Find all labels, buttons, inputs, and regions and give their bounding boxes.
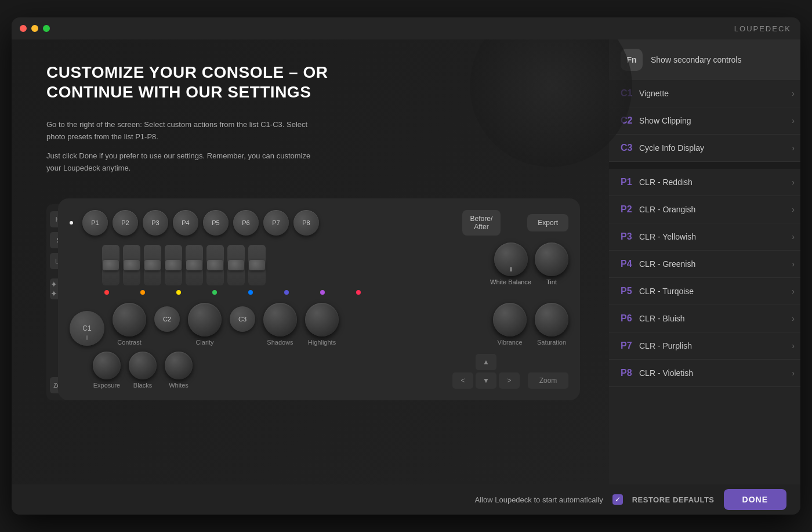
control-c1[interactable]: C1 Vignette › bbox=[609, 80, 800, 107]
preset-p7[interactable]: P7 CLR - Purplish › bbox=[609, 332, 800, 360]
blacks-label: Blacks bbox=[133, 382, 152, 389]
before-after-button[interactable]: Before/After bbox=[462, 210, 501, 236]
clarity-label: Clarity bbox=[195, 339, 213, 346]
slider-3[interactable] bbox=[144, 245, 161, 285]
zoom-display: Zoom bbox=[528, 372, 568, 389]
c2-button[interactable]: C2 bbox=[154, 306, 180, 332]
c1-knob[interactable]: C1 bbox=[70, 311, 104, 346]
zoom-up-button[interactable]: ▲ bbox=[476, 354, 496, 370]
p6-chevron-icon: › bbox=[792, 314, 795, 323]
shadows-knob[interactable] bbox=[263, 303, 297, 336]
auto-start-checkbox[interactable]: ✓ bbox=[612, 494, 623, 505]
slider-1[interactable] bbox=[102, 245, 119, 285]
p3-chevron-icon: › bbox=[792, 232, 795, 241]
bottom-section: Exposure Blacks Whites bbox=[70, 352, 568, 389]
tint-knob[interactable] bbox=[535, 243, 568, 276]
traffic-lights bbox=[20, 25, 50, 32]
exposure-knob[interactable] bbox=[93, 352, 121, 379]
p2-button[interactable]: P2 bbox=[113, 210, 138, 236]
slider-7[interactable] bbox=[227, 245, 245, 285]
p4-button[interactable]: P4 bbox=[173, 210, 198, 236]
zoom-down-button[interactable]: ▼ bbox=[476, 372, 496, 389]
exposure-label: Exposure bbox=[93, 382, 120, 389]
decorative-circle bbox=[470, 39, 632, 167]
preset-p4[interactable]: P4 CLR - Greenish › bbox=[609, 251, 800, 278]
c3-button[interactable]: C3 bbox=[230, 306, 255, 332]
preset-p8[interactable]: P8 CLR - Violetish › bbox=[609, 360, 800, 387]
p8-button[interactable]: P8 bbox=[293, 210, 319, 236]
close-button[interactable] bbox=[20, 25, 27, 32]
control-c3[interactable]: C3 Cycle Info Display › bbox=[609, 135, 800, 162]
zoom-section: ▲ < ▼ > bbox=[452, 354, 520, 389]
color-dot-purple bbox=[320, 290, 325, 295]
zoom-label-group: Zoom bbox=[528, 372, 568, 389]
console-device: P1 P2 P3 P4 P5 P6 P7 P8 Before/After Exp… bbox=[58, 198, 580, 400]
p6-button[interactable]: P6 bbox=[233, 210, 259, 236]
preset-p2[interactable]: P2 CLR - Orangish › bbox=[609, 196, 800, 223]
done-button[interactable]: DONE bbox=[724, 489, 786, 510]
p3-button[interactable]: P3 bbox=[143, 210, 168, 236]
p7-button[interactable]: P7 bbox=[263, 210, 289, 236]
bottom-bar: Allow Loupedeck to start automatically ✓… bbox=[12, 484, 800, 515]
right-panel: Fn Show secondary controls C1 Vignette ›… bbox=[609, 39, 800, 484]
color-dot-blue bbox=[248, 290, 253, 295]
p4-name: CLR - Greenish bbox=[639, 259, 792, 269]
preset-p5[interactable]: P5 CLR - Turqoise › bbox=[609, 278, 800, 305]
saturation-knob[interactable] bbox=[535, 303, 568, 336]
tint-group: Tint bbox=[535, 243, 568, 285]
fullscreen-button[interactable] bbox=[43, 25, 50, 32]
highlights-knob[interactable] bbox=[305, 303, 339, 336]
fn-label: Show secondary controls bbox=[651, 55, 741, 64]
contrast-group: Contrast bbox=[113, 303, 146, 346]
export-button[interactable]: Export bbox=[527, 214, 568, 231]
vibrance-knob[interactable] bbox=[493, 303, 527, 336]
control-list: C1 Vignette › C2 Show Clipping › C3 Cycl… bbox=[609, 80, 800, 484]
zoom-left-button[interactable]: < bbox=[452, 372, 473, 389]
p5-button[interactable]: P5 bbox=[203, 210, 229, 236]
white-balance-group: White Balance bbox=[490, 243, 531, 285]
preset-p6[interactable]: P6 CLR - Bluish › bbox=[609, 305, 800, 332]
c1-chevron-icon: › bbox=[792, 89, 795, 98]
white-balance-knob[interactable] bbox=[494, 243, 528, 276]
app-logo: LOUPEDECK bbox=[734, 24, 791, 33]
control-c2[interactable]: C2 Show Clipping › bbox=[609, 107, 800, 135]
blacks-group: Blacks bbox=[129, 352, 157, 389]
p4-badge: P4 bbox=[621, 259, 639, 269]
preset-p3[interactable]: P3 CLR - Yellowish › bbox=[609, 223, 800, 251]
zoom-right-button[interactable]: > bbox=[499, 372, 520, 389]
p2-chevron-icon: › bbox=[792, 205, 795, 214]
slider-5[interactable] bbox=[186, 245, 203, 285]
clarity-group: Clarity bbox=[188, 303, 222, 346]
blacks-knob[interactable] bbox=[129, 352, 157, 379]
vibrance-group: Vibrance bbox=[493, 303, 527, 346]
tint-label: Tint bbox=[546, 278, 557, 285]
p1-button[interactable]: P1 bbox=[82, 210, 108, 236]
p5-badge: P5 bbox=[621, 286, 639, 296]
color-dots-row bbox=[70, 290, 568, 295]
main-knobs-row: C1 Contrast C2 bbox=[70, 303, 568, 346]
saturation-group: Saturation bbox=[535, 303, 568, 346]
slider-4[interactable] bbox=[165, 245, 182, 285]
exposure-group: Exposure bbox=[93, 352, 121, 389]
clarity-knob[interactable] bbox=[188, 303, 222, 336]
page-title: CUSTOMIZE YOUR CONSOLE – OR CONTINUE WIT… bbox=[46, 63, 580, 102]
preset-p1[interactable]: P1 CLR - Reddish › bbox=[609, 169, 800, 196]
contrast-knob[interactable] bbox=[113, 303, 146, 336]
slider-8[interactable] bbox=[248, 245, 266, 285]
restore-defaults-button[interactable]: RESTORE DEFAULTS bbox=[632, 495, 715, 504]
zoom-nav-row: < ▼ > bbox=[452, 372, 520, 389]
highlights-label: Highlights bbox=[308, 339, 336, 346]
p1-chevron-icon: › bbox=[792, 178, 795, 187]
whites-knob[interactable] bbox=[165, 352, 193, 379]
white-balance-label: White Balance bbox=[490, 278, 531, 285]
slider-2[interactable] bbox=[123, 245, 140, 285]
c3-name: Cycle Info Display bbox=[639, 143, 792, 153]
c2-name: Show Clipping bbox=[639, 116, 792, 125]
p8-chevron-icon: › bbox=[792, 368, 795, 378]
minimize-button[interactable] bbox=[31, 25, 38, 32]
p-buttons-row: P1 P2 P3 P4 P5 P6 P7 P8 Before/After Exp… bbox=[70, 210, 568, 236]
color-dot-pink bbox=[356, 290, 361, 295]
slider-6[interactable] bbox=[206, 245, 224, 285]
c2-chevron-icon: › bbox=[792, 116, 795, 125]
p8-name: CLR - Violetish bbox=[639, 368, 792, 378]
